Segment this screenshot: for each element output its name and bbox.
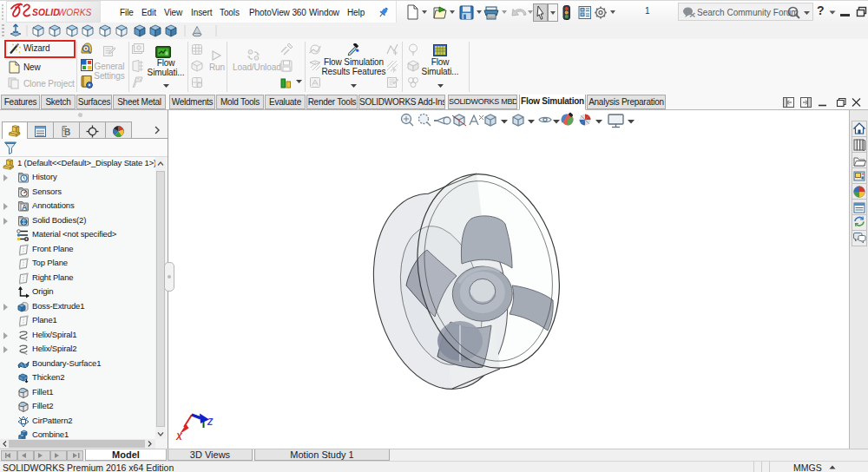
svg-text:SOLID: SOLID — [32, 8, 60, 17]
svg-text:WORKS: WORKS — [58, 8, 92, 17]
svg-text:A: A — [22, 203, 27, 212]
svg-text:Z: Z — [207, 417, 214, 427]
svg-text:X: X — [175, 432, 183, 442]
